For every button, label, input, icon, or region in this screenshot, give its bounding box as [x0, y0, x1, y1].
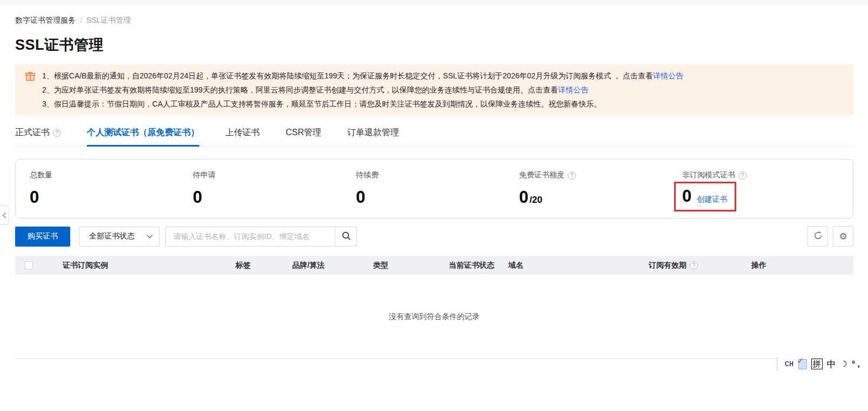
- ime-language-bar: CH ✓ 拼 中 ☽ °，: [776, 356, 863, 372]
- search-button[interactable]: [335, 227, 356, 246]
- stat-free-quota-suffix: /20: [529, 195, 542, 205]
- empty-state-text: 没有查询到符合条件的记录: [389, 312, 480, 322]
- stat-free-quota: 免费证书额度 ? 0 /20: [519, 170, 682, 218]
- ime-pinyin-indicator[interactable]: 拼: [811, 359, 823, 369]
- tab-personal-test-certs-label: 个人测试证书（原免费证书）: [87, 127, 199, 138]
- stat-total-label: 总数量: [30, 170, 193, 180]
- notice-line-2: 2、为应对单张证书签发有效期将陆续缩短至199天的执行策略，阿里云将同步调整证书…: [42, 83, 844, 97]
- column-header-status[interactable]: 当前证书状态: [440, 261, 500, 270]
- tab-csr-management-label: CSR管理: [286, 127, 321, 138]
- notice-line-1: 1、根据CA/B最新的通知，自2026年02月24日起，单张证书签发有效期将陆续…: [42, 69, 844, 83]
- stat-total-value: 0: [30, 189, 39, 205]
- tab-upload-certs-label: 上传证书: [225, 127, 260, 138]
- stat-free-quota-value: 0: [519, 189, 528, 205]
- settings-button[interactable]: ⚙: [833, 226, 853, 247]
- stat-pending-renew: 待续费 0: [356, 170, 519, 218]
- select-all-cell: [15, 261, 54, 269]
- ime-notepad-icon[interactable]: ✓: [798, 359, 807, 369]
- breadcrumb: 数字证书管理服务 / SSL证书管理: [15, 16, 853, 25]
- certificate-status-filter[interactable]: 全部证书状态: [79, 227, 160, 247]
- help-icon[interactable]: ?: [568, 171, 576, 180]
- notice-lines: 1、根据CA/B最新的通知，自2026年02月24日起，单张证书签发有效期将陆续…: [42, 69, 844, 111]
- gift-icon: [25, 71, 36, 82]
- notice-text-3: 3、假日温馨提示：节假日期间，CA人工审核及产品人工支持将暂停服务，顺延至节后工…: [42, 100, 601, 108]
- column-header-validity[interactable]: 订阅有效期 ?: [640, 261, 743, 270]
- ime-language-indicator[interactable]: CH: [785, 360, 794, 368]
- column-header-brand[interactable]: 品牌/算法: [284, 261, 365, 270]
- tab-official-certs[interactable]: 正式证书 ?: [15, 127, 61, 146]
- column-header-domain[interactable]: 域名: [500, 261, 640, 270]
- tab-bar: 正式证书 ? 个人测试证书（原免费证书） 上传证书 CSR管理 订单退款管理: [15, 124, 853, 147]
- stat-pending-renew-label: 待续费: [356, 170, 519, 180]
- breadcrumb-current: SSL证书管理: [86, 16, 131, 25]
- notice-line-3: 3、假日温馨提示：节假日期间，CA人工审核及产品人工支持将暂停服务，顺延至节后工…: [42, 97, 844, 111]
- tab-csr-management[interactable]: CSR管理: [286, 127, 321, 146]
- chevron-left-icon: [2, 212, 8, 218]
- toolbar-right-actions: ⚙: [808, 226, 853, 247]
- stat-pending-apply-label: 待申请: [193, 170, 356, 180]
- column-header-type[interactable]: 类型: [365, 261, 440, 270]
- tab-personal-test-certs[interactable]: 个人测试证书（原免费证书）: [87, 127, 199, 147]
- refresh-button[interactable]: [808, 226, 828, 247]
- notice-link-2[interactable]: 详情公告: [558, 85, 588, 94]
- stat-pending-apply: 待申请 0: [193, 170, 356, 218]
- tab-order-refund-label: 订单退款管理: [347, 127, 399, 138]
- tab-official-certs-label: 正式证书: [15, 127, 50, 138]
- tab-order-refund[interactable]: 订单退款管理: [347, 127, 399, 146]
- help-icon[interactable]: ?: [738, 171, 746, 180]
- stat-total: 总数量 0: [30, 170, 193, 218]
- tab-upload-certs[interactable]: 上传证书: [225, 127, 260, 146]
- certificate-table: 证书订阅实例 标签 品牌/算法 类型 当前证书状态 域名 订阅有效期 ? 操作 …: [15, 256, 853, 359]
- stat-non-subscription-label: 非订阅模式证书 ?: [682, 170, 845, 180]
- chevron-down-icon: [146, 232, 152, 238]
- empty-state: 没有查询到符合条件的记录: [15, 275, 853, 359]
- ime-fullwidth-moon-icon[interactable]: ☽: [840, 359, 847, 369]
- notice-banner: 1、根据CA/B最新的通知，自2026年02月24日起，单张证书签发有效期将陆续…: [15, 64, 853, 115]
- notice-text-1: 1、根据CA/B最新的通知，自2026年02月24日起，单张证书签发有效期将陆续…: [42, 71, 653, 80]
- page-title: SSL证书管理: [15, 35, 853, 55]
- ime-punctuation-indicator[interactable]: °，: [852, 359, 862, 369]
- annotation-highlight-box: 0 创建证书: [674, 182, 736, 211]
- refresh-icon: [813, 231, 823, 242]
- certificate-status-filter-value: 全部证书状态: [89, 231, 134, 241]
- ssl-console-page: 数字证书管理服务 / SSL证书管理 SSL证书管理 1、根据CA/B最新的通知…: [0, 16, 868, 359]
- buy-certificate-button[interactable]: 购买证书: [15, 227, 70, 247]
- help-icon[interactable]: ?: [690, 261, 698, 269]
- stat-non-subscription-value: 0: [682, 188, 691, 204]
- stat-pending-apply-value: 0: [193, 189, 202, 205]
- ime-chinese-mode-indicator[interactable]: 中: [827, 358, 836, 370]
- search-box: [165, 227, 357, 247]
- sidebar-collapse-handle[interactable]: [0, 205, 9, 225]
- notice-text-2: 2、为应对单张证书签发有效期将陆续缩短至199天的执行策略，阿里云将同步调整证书…: [42, 85, 558, 94]
- ime-drag-handle[interactable]: [777, 358, 779, 370]
- ime-check-icon: ✓: [797, 356, 804, 364]
- help-icon[interactable]: ?: [53, 129, 61, 137]
- breadcrumb-root[interactable]: 数字证书管理服务: [15, 16, 76, 25]
- stats-card: 总数量 0 待申请 0 待续费 0 免费证书额度 ? 0 /20 非订阅模式证书…: [15, 159, 853, 218]
- search-icon: [341, 231, 351, 242]
- gear-icon: ⚙: [839, 231, 847, 242]
- notice-link-1[interactable]: 详情公告: [653, 71, 683, 80]
- search-input[interactable]: [166, 227, 335, 246]
- stat-pending-renew-value: 0: [356, 189, 365, 205]
- column-header-instance[interactable]: 证书订阅实例: [54, 261, 227, 270]
- window-top-strip: [0, 0, 868, 5]
- column-header-tag[interactable]: 标签: [227, 261, 284, 270]
- stat-free-quota-label: 免费证书额度 ?: [519, 170, 682, 180]
- column-header-action[interactable]: 操作: [743, 261, 853, 270]
- select-all-checkbox[interactable]: [25, 261, 33, 269]
- breadcrumb-separator: /: [80, 16, 82, 25]
- list-toolbar: 购买证书 全部证书状态: [15, 226, 853, 247]
- table-header-row: 证书订阅实例 标签 品牌/算法 类型 当前证书状态 域名 订阅有效期 ? 操作: [15, 256, 853, 275]
- create-certificate-link[interactable]: 创建证书: [697, 195, 727, 204]
- stat-non-subscription: 非订阅模式证书 ? 0 创建证书: [682, 170, 845, 218]
